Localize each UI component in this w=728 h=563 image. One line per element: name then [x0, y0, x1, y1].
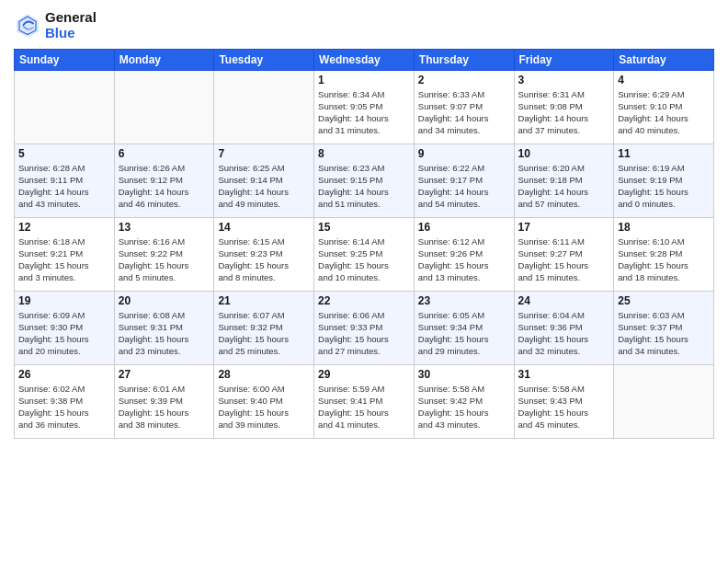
cell-info: Sunrise: 6:34 AMSunset: 9:05 PMDaylight:… [318, 88, 410, 137]
calendar-cell: 23Sunrise: 6:05 AMSunset: 9:34 PMDayligh… [414, 291, 514, 364]
weekday-header-thursday: Thursday [414, 49, 514, 70]
calendar-table: SundayMondayTuesdayWednesdayThursdayFrid… [14, 49, 714, 439]
calendar-cell: 22Sunrise: 6:06 AMSunset: 9:33 PMDayligh… [314, 291, 415, 364]
calendar-cell: 24Sunrise: 6:04 AMSunset: 9:36 PMDayligh… [514, 291, 614, 364]
cell-info: Sunrise: 6:04 AMSunset: 9:36 PMDaylight:… [518, 309, 610, 358]
calendar-cell [114, 70, 214, 144]
calendar-cell: 9Sunrise: 6:22 AMSunset: 9:17 PMDaylight… [414, 144, 514, 217]
calendar-page: General Blue SundayMondayTuesdayWednesda… [0, 0, 728, 563]
cell-info: Sunrise: 6:05 AMSunset: 9:34 PMDaylight:… [418, 309, 510, 358]
logo-icon [14, 11, 41, 39]
cell-info: Sunrise: 5:59 AMSunset: 9:41 PMDaylight:… [318, 383, 410, 431]
cell-info: Sunrise: 5:58 AMSunset: 9:42 PMDaylight:… [418, 383, 510, 431]
cell-info: Sunrise: 6:10 AMSunset: 9:28 PMDaylight:… [618, 236, 710, 284]
calendar-cell [214, 70, 314, 144]
calendar-cell: 6Sunrise: 6:26 AMSunset: 9:12 PMDaylight… [114, 144, 214, 217]
day-number: 21 [218, 294, 310, 307]
weekday-header-wednesday: Wednesday [314, 49, 415, 70]
cell-info: Sunrise: 6:23 AMSunset: 9:15 PMDaylight:… [318, 162, 410, 211]
day-number: 9 [418, 147, 510, 160]
day-number: 12 [18, 221, 110, 234]
calendar-cell: 28Sunrise: 6:00 AMSunset: 9:40 PMDayligh… [214, 364, 314, 438]
day-number: 15 [318, 221, 410, 234]
cell-info: Sunrise: 6:02 AMSunset: 9:38 PMDaylight:… [18, 383, 110, 431]
calendar-cell: 16Sunrise: 6:12 AMSunset: 9:26 PMDayligh… [414, 217, 514, 291]
cell-info: Sunrise: 6:11 AMSunset: 9:27 PMDaylight:… [518, 236, 610, 284]
calendar-cell: 14Sunrise: 6:15 AMSunset: 9:23 PMDayligh… [214, 217, 314, 291]
day-number: 16 [418, 221, 510, 234]
day-number: 26 [18, 368, 110, 381]
day-number: 10 [518, 147, 610, 160]
week-row-1: 5Sunrise: 6:28 AMSunset: 9:11 PMDaylight… [15, 144, 714, 217]
logo: General Blue [14, 9, 97, 41]
calendar-cell: 13Sunrise: 6:16 AMSunset: 9:22 PMDayligh… [114, 217, 214, 291]
calendar-cell: 21Sunrise: 6:07 AMSunset: 9:32 PMDayligh… [214, 291, 314, 364]
weekday-header-saturday: Saturday [614, 49, 714, 70]
day-number: 30 [418, 368, 510, 381]
day-number: 20 [119, 294, 210, 307]
day-number: 2 [418, 74, 510, 86]
cell-info: Sunrise: 6:29 AMSunset: 9:10 PMDaylight:… [618, 88, 710, 137]
day-number: 24 [518, 294, 610, 307]
weekday-header-monday: Monday [114, 49, 214, 70]
cell-info: Sunrise: 6:19 AMSunset: 9:19 PMDaylight:… [618, 162, 710, 211]
day-number: 11 [618, 147, 710, 160]
day-number: 28 [218, 368, 310, 381]
cell-info: Sunrise: 6:09 AMSunset: 9:30 PMDaylight:… [18, 309, 110, 358]
cell-info: Sunrise: 6:25 AMSunset: 9:14 PMDaylight:… [218, 162, 310, 211]
calendar-cell: 7Sunrise: 6:25 AMSunset: 9:14 PMDaylight… [214, 144, 314, 217]
cell-info: Sunrise: 6:18 AMSunset: 9:21 PMDaylight:… [18, 236, 110, 284]
day-number: 27 [119, 368, 210, 381]
cell-info: Sunrise: 6:28 AMSunset: 9:11 PMDaylight:… [18, 162, 110, 211]
cell-info: Sunrise: 6:20 AMSunset: 9:18 PMDaylight:… [518, 162, 610, 211]
calendar-cell: 26Sunrise: 6:02 AMSunset: 9:38 PMDayligh… [15, 364, 115, 438]
calendar-cell: 12Sunrise: 6:18 AMSunset: 9:21 PMDayligh… [15, 217, 115, 291]
day-number: 6 [119, 147, 210, 160]
cell-info: Sunrise: 6:15 AMSunset: 9:23 PMDaylight:… [218, 236, 310, 284]
day-number: 22 [318, 294, 410, 307]
svg-marker-0 [17, 14, 39, 38]
cell-info: Sunrise: 6:07 AMSunset: 9:32 PMDaylight:… [218, 309, 310, 358]
cell-info: Sunrise: 6:14 AMSunset: 9:25 PMDaylight:… [318, 236, 410, 284]
day-number: 18 [618, 221, 710, 234]
calendar-cell: 15Sunrise: 6:14 AMSunset: 9:25 PMDayligh… [314, 217, 415, 291]
day-number: 4 [618, 74, 710, 86]
calendar-cell [15, 70, 115, 144]
day-number: 5 [18, 147, 110, 160]
calendar-cell: 4Sunrise: 6:29 AMSunset: 9:10 PMDaylight… [614, 70, 714, 144]
day-number: 31 [518, 368, 610, 381]
cell-info: Sunrise: 6:03 AMSunset: 9:37 PMDaylight:… [618, 309, 710, 358]
calendar-cell: 2Sunrise: 6:33 AMSunset: 9:07 PMDaylight… [414, 70, 514, 144]
calendar-cell: 8Sunrise: 6:23 AMSunset: 9:15 PMDaylight… [314, 144, 415, 217]
week-row-2: 12Sunrise: 6:18 AMSunset: 9:21 PMDayligh… [15, 217, 714, 291]
calendar-cell: 27Sunrise: 6:01 AMSunset: 9:39 PMDayligh… [114, 364, 214, 438]
calendar-cell: 18Sunrise: 6:10 AMSunset: 9:28 PMDayligh… [614, 217, 714, 291]
calendar-cell: 29Sunrise: 5:59 AMSunset: 9:41 PMDayligh… [314, 364, 415, 438]
header: General Blue [14, 9, 714, 41]
calendar-cell: 20Sunrise: 6:08 AMSunset: 9:31 PMDayligh… [114, 291, 214, 364]
cell-info: Sunrise: 6:31 AMSunset: 9:08 PMDaylight:… [518, 88, 610, 137]
calendar-cell: 3Sunrise: 6:31 AMSunset: 9:08 PMDaylight… [514, 70, 614, 144]
weekday-header-friday: Friday [514, 49, 614, 70]
calendar-cell: 19Sunrise: 6:09 AMSunset: 9:30 PMDayligh… [15, 291, 115, 364]
calendar-cell: 30Sunrise: 5:58 AMSunset: 9:42 PMDayligh… [414, 364, 514, 438]
day-number: 25 [618, 294, 710, 307]
calendar-cell: 1Sunrise: 6:34 AMSunset: 9:05 PMDaylight… [314, 70, 415, 144]
cell-info: Sunrise: 6:01 AMSunset: 9:39 PMDaylight:… [119, 383, 210, 431]
day-number: 8 [318, 147, 410, 160]
cell-info: Sunrise: 6:33 AMSunset: 9:07 PMDaylight:… [418, 88, 510, 137]
calendar-cell: 31Sunrise: 5:58 AMSunset: 9:43 PMDayligh… [514, 364, 614, 438]
day-number: 17 [518, 221, 610, 234]
day-number: 23 [418, 294, 510, 307]
calendar-cell: 10Sunrise: 6:20 AMSunset: 9:18 PMDayligh… [514, 144, 614, 217]
cell-info: Sunrise: 6:26 AMSunset: 9:12 PMDaylight:… [119, 162, 210, 211]
day-number: 13 [119, 221, 210, 234]
weekday-header-tuesday: Tuesday [214, 49, 314, 70]
day-number: 3 [518, 74, 610, 86]
calendar-cell: 25Sunrise: 6:03 AMSunset: 9:37 PMDayligh… [614, 291, 714, 364]
cell-info: Sunrise: 6:22 AMSunset: 9:17 PMDaylight:… [418, 162, 510, 211]
cell-info: Sunrise: 6:06 AMSunset: 9:33 PMDaylight:… [318, 309, 410, 358]
cell-info: Sunrise: 6:12 AMSunset: 9:26 PMDaylight:… [418, 236, 510, 284]
calendar-cell [614, 364, 714, 438]
calendar-cell: 11Sunrise: 6:19 AMSunset: 9:19 PMDayligh… [614, 144, 714, 217]
